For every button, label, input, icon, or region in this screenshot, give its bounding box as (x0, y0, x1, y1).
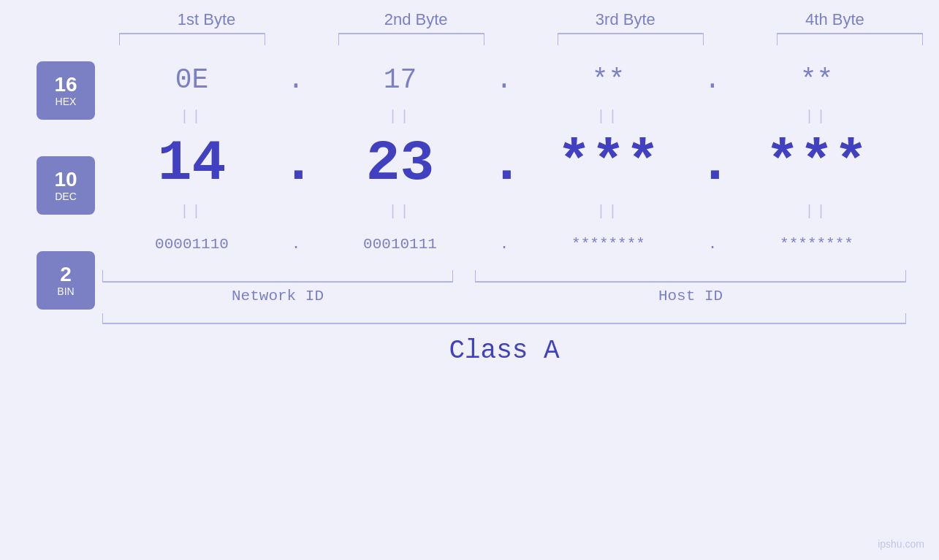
full-bottom-bracket (102, 312, 906, 329)
bracket-top-1 (119, 31, 265, 47)
bin-row: 00001110 . 00010111 . ******** . *******… (102, 222, 906, 266)
eq2-1: || (102, 203, 281, 220)
equals-row-2: || || || || (102, 200, 906, 222)
bin-dot-1: . (281, 236, 311, 253)
hex-val-1: 0E (102, 64, 281, 96)
hex-dot-1: . (281, 64, 311, 96)
dec-row: 14 . 23 . *** . *** (102, 127, 906, 200)
dec-dot-1: . (281, 135, 311, 192)
main-container: 1st Byte 2nd Byte 3rd Byte 4th Byte 16 H… (0, 0, 939, 560)
main-area: 16 HEX 10 DEC 2 BIN 0E . 17 . ** . ** (0, 54, 939, 366)
bottom-brackets-row (102, 269, 906, 285)
badge-hex-label: HEX (56, 96, 77, 107)
bin-val-3: ******** (519, 236, 698, 253)
bracket-top-2 (338, 31, 484, 47)
equals-row-1: || || || || (102, 105, 906, 127)
bin-val-2: 00010111 (311, 236, 490, 253)
network-id-label: Network ID (102, 288, 453, 304)
badge-dec-num: 10 (54, 169, 77, 191)
hex-dot-3: . (698, 64, 727, 96)
byte-headers-row: 1st Byte 2nd Byte 3rd Byte 4th Byte (119, 10, 923, 29)
byte-header-1: 1st Byte (119, 10, 294, 29)
bin-val-1: 00001110 (102, 236, 281, 253)
dec-val-3: *** (519, 135, 698, 192)
bracket-bottom-host (475, 269, 906, 285)
bracket-top-4 (777, 31, 923, 47)
bracket-top-3 (558, 31, 704, 47)
hex-val-3: ** (519, 64, 698, 96)
dec-val-1: 14 (102, 135, 281, 192)
badge-bin: 2 BIN (37, 251, 95, 310)
byte-header-4: 4th Byte (747, 10, 922, 29)
id-labels-row: Network ID Host ID (102, 288, 906, 304)
dec-val-2: 23 (311, 135, 490, 192)
byte-header-2: 2nd Byte (328, 10, 503, 29)
eq2-4: || (727, 203, 906, 220)
data-columns: 0E . 17 . ** . ** || || || || 14 (102, 54, 939, 366)
full-bracket-svg (102, 312, 906, 325)
bin-dot-3: . (698, 236, 727, 253)
eq2-3: || (519, 203, 698, 220)
hex-val-4: ** (727, 64, 906, 96)
dec-val-4: *** (727, 135, 906, 192)
badge-bin-num: 2 (60, 264, 72, 286)
class-label: Class A (102, 336, 906, 366)
badge-dec-label: DEC (55, 191, 77, 202)
badges-column: 16 HEX 10 DEC 2 BIN (0, 54, 102, 366)
badge-bin-label: BIN (57, 285, 74, 297)
bin-dot-2: . (490, 236, 519, 253)
bin-val-4: ******** (727, 236, 906, 253)
byte-header-3: 3rd Byte (538, 10, 713, 29)
eq-3: || (519, 108, 698, 125)
hex-dot-2: . (490, 64, 519, 96)
badge-hex-num: 16 (54, 74, 77, 96)
dec-dot-2: . (490, 135, 519, 192)
eq-2: || (311, 108, 490, 125)
host-id-label: Host ID (475, 288, 906, 304)
badge-dec: 10 DEC (37, 156, 95, 215)
eq-4: || (727, 108, 906, 125)
watermark: ipshu.com (878, 538, 924, 550)
eq-1: || (102, 108, 281, 125)
dec-dot-3: . (698, 135, 727, 192)
hex-val-2: 17 (311, 64, 490, 96)
top-brackets (119, 31, 923, 47)
eq2-2: || (311, 203, 490, 220)
hex-row: 0E . 17 . ** . ** (102, 54, 906, 105)
badge-hex: 16 HEX (37, 61, 95, 120)
bracket-bottom-network (102, 269, 453, 285)
